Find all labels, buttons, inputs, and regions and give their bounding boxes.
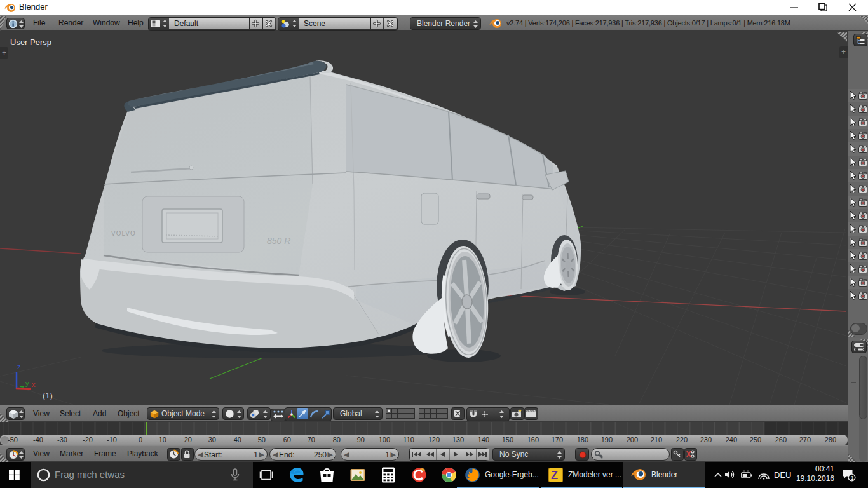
svg-text:VOLVO: VOLVO	[111, 230, 136, 237]
svg-text:y: y	[25, 379, 29, 387]
svg-text:x: x	[32, 381, 36, 388]
svg-text:z: z	[17, 363, 21, 370]
svg-text:850 R: 850 R	[267, 236, 290, 246]
svg-text:1: 1	[851, 475, 854, 481]
svg-text:Z: Z	[551, 469, 558, 482]
